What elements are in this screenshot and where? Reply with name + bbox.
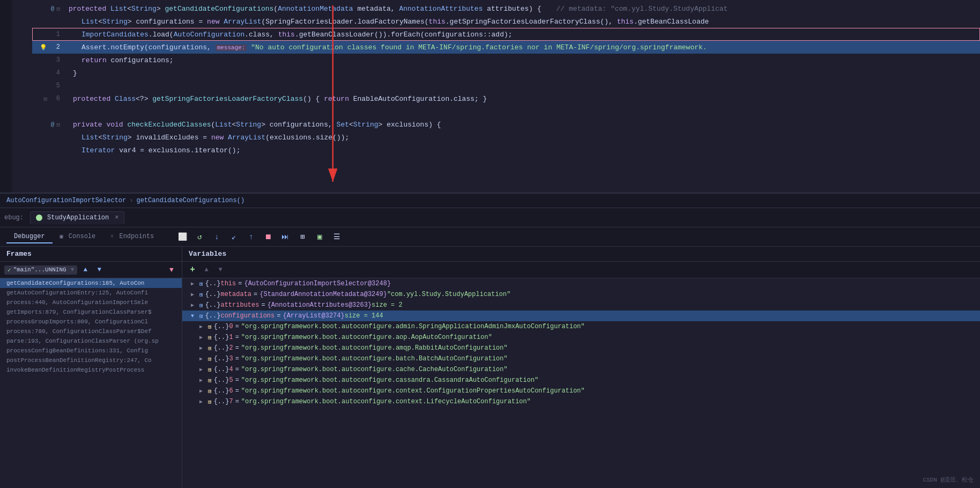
evaluate-btn[interactable]: ▣: [313, 230, 326, 244]
var-item-6[interactable]: ▶ ⊞ {..} 6 = "org.springframework.boot.a…: [182, 386, 980, 396]
code-lines: @ ⊟ protected List<String> getCandidateC…: [0, 0, 980, 159]
expand-arrow-1: ▶: [199, 334, 208, 341]
code-line-2: List<String> configurations = new ArrayL…: [32, 15, 980, 28]
expand-arrow-2: ▶: [199, 345, 208, 351]
tab-console-label: Console: [69, 233, 95, 240]
resume-btn[interactable]: ⏹: [261, 230, 275, 244]
breadcrumb-part1[interactable]: AutoConfigurationImportSelector: [6, 197, 126, 204]
var-icon-metadata: ⊞: [199, 291, 203, 298]
code-line-3: 1 ImportCandidates.load(AutoConfiguratio…: [32, 28, 980, 41]
debug-toolbar: Debugger ▣ Console ⑂ Endpoints ⬜ ↺ ↓ ↙ ↑…: [0, 227, 980, 247]
var-item-2[interactable]: ▶ ⊞ {..} 2 = "org.springframework.boot.a…: [182, 343, 980, 353]
frame-item-9[interactable]: invokeBeanDefinitionRegistryPostProcess: [0, 365, 182, 375]
code-content-11: List<String> invalidExcludes = new Array…: [64, 134, 980, 142]
tab-debugger-label: Debugger: [14, 233, 45, 240]
code-line-1: @ ⊟ protected List<String> getCandidateC…: [32, 2, 980, 15]
code-line-10: @ ⊟ private void checkExcludedClasses(Li…: [32, 118, 980, 131]
expand-arrow-metadata: ▶: [191, 291, 199, 298]
tab-endpoints-label: Endpoints: [119, 233, 154, 240]
frame-item-6[interactable]: parse:193, ConfigurationClassParser (org…: [0, 336, 182, 346]
thread-selector[interactable]: ✓ "main"...UNNING ▼: [4, 265, 77, 275]
frame-item-3[interactable]: getImports:879, ConfigurationClassParser…: [0, 307, 182, 317]
frames-title: Frames: [6, 250, 32, 258]
watermark: CSDN @流弦、松仓: [923, 476, 974, 484]
step-out-btn[interactable]: ↑: [244, 230, 258, 244]
code-line-6: 4 }: [32, 66, 980, 79]
var-icon-4: ⊞: [208, 366, 212, 373]
code-content-2: List<String> configurations = new ArrayL…: [64, 18, 980, 26]
frames-down-btn[interactable]: ▼: [93, 264, 105, 276]
expand-arrow-6: ▶: [199, 388, 208, 394]
mute-breakpoints-btn[interactable]: ⬜: [175, 230, 189, 244]
code-content-10: private void checkExcludedClasses(List<S…: [64, 121, 980, 129]
expand-arrow-4: ▶: [199, 366, 208, 373]
var-icon-3: ⊞: [208, 356, 212, 363]
var-item-0[interactable]: ▶ ⊞ {..} 0 = "org.springframework.boot.a…: [182, 321, 980, 332]
line-gutter-1: @ ⊟: [32, 5, 64, 12]
line-gutter-7: 5: [32, 82, 64, 90]
var-item-7[interactable]: ▶ ⊞ {..} 7 = "org.springframework.boot.a…: [182, 396, 980, 407]
code-content-6: }: [64, 69, 980, 77]
variables-panel-header: Variables: [182, 247, 980, 262]
code-line-8: ⊟ 6 protected Class<?> getSpringFactorie…: [32, 92, 980, 105]
code-line-12: Iterator var4 = exclusions.iterator();: [32, 144, 980, 157]
code-content-8: protected Class<?> getSpringFactoriesLoa…: [64, 95, 980, 103]
line-gutter-8: ⊟ 6: [32, 95, 64, 102]
debug-tab-close[interactable]: ×: [115, 214, 118, 221]
var-item-1[interactable]: ▶ ⊞ {..} 1 = "org.springframework.boot.a…: [182, 332, 980, 343]
frames-panel: Frames ✓ "main"...UNNING ▼ ▲ ▼ ▼ getCand…: [0, 247, 182, 488]
breadcrumb: AutoConfigurationImportSelector › getCan…: [0, 193, 980, 208]
frames-list: getCandidateConfigurations:185, AutoCon …: [0, 278, 182, 488]
var-metadata[interactable]: ▶ ⊞ {..} metadata = {StandardAnnotationM…: [182, 289, 980, 300]
debug-tab-label: StudyApplication: [47, 214, 109, 221]
frame-item-8[interactable]: postProcessBeanDefinitionRegistry:247, C…: [0, 356, 182, 365]
step-over-btn[interactable]: ↓: [210, 230, 224, 244]
var-this[interactable]: ▶ ⊞ {..} this = {AutoConfigurationImport…: [182, 278, 980, 289]
var-icon-7: ⊞: [208, 398, 212, 405]
stop-btn[interactable]: ⏭: [278, 230, 292, 244]
thread-label: "main"...UNNING: [13, 267, 66, 273]
thread-dropdown-icon: ▼: [71, 267, 75, 273]
expand-arrow-configurations: ▼: [191, 313, 199, 319]
run-to-cursor-btn[interactable]: ⊞: [295, 230, 309, 244]
rerun-btn[interactable]: ↺: [192, 230, 206, 244]
var-attributes[interactable]: ▶ ⊞ {..} attributes = {AnnotationAttribu…: [182, 300, 980, 310]
vars-down-btn[interactable]: ▼: [214, 264, 226, 276]
var-icon-2: ⊞: [208, 345, 212, 352]
expand-arrow-3: ▶: [199, 356, 208, 362]
frame-item-2[interactable]: process:440, AutoConfigurationImportSele: [0, 298, 182, 307]
left-gutter: [0, 0, 12, 193]
var-item-4[interactable]: ▶ ⊞ {..} 4 = "org.springframework.boot.a…: [182, 364, 980, 375]
tab-debugger[interactable]: Debugger: [6, 231, 53, 243]
variables-list: ▶ ⊞ {..} this = {AutoConfigurationImport…: [182, 278, 980, 488]
frames-up-btn[interactable]: ▲: [79, 264, 91, 276]
code-line-5: 3 return configurations;: [32, 54, 980, 66]
debug-session-tab[interactable]: StudyApplication ×: [30, 211, 124, 224]
step-into-btn[interactable]: ↙: [227, 230, 241, 244]
tab-endpoints[interactable]: ⑂ Endpoints: [103, 231, 161, 243]
var-icon-configurations: ⊞: [199, 313, 203, 320]
line-gutter-6: 4: [32, 69, 64, 77]
breadcrumb-part2[interactable]: getCandidateConfigurations(): [136, 197, 244, 204]
frames-toolbar: ✓ "main"...UNNING ▼ ▲ ▼ ▼: [0, 262, 182, 278]
tab-console[interactable]: ▣ Console: [53, 231, 103, 243]
frame-item-1[interactable]: getAutoConfigurationEntry:125, AutoConfi: [0, 288, 182, 298]
var-configurations[interactable]: ▼ ⊞ {..} configurations = {ArrayList@327…: [182, 310, 980, 321]
expand-arrow-attributes: ▶: [191, 302, 199, 308]
settings-btn[interactable]: ☰: [330, 230, 344, 244]
frame-item-4[interactable]: processGroupImports:809, ConfigurationCl: [0, 317, 182, 327]
code-line-11: List<String> invalidExcludes = new Array…: [32, 131, 980, 144]
code-content-1: protected List<String> getCandidateConfi…: [64, 5, 980, 13]
vars-up-btn[interactable]: ▲: [201, 264, 212, 276]
debug-tabs-bar: ebug: StudyApplication ×: [0, 208, 980, 227]
var-icon-0: ⊞: [208, 323, 212, 330]
code-line-9: [32, 105, 980, 118]
var-item-3[interactable]: ▶ ⊞ {..} 3 = "org.springframework.boot.a…: [182, 353, 980, 364]
var-icon-attributes: ⊞: [199, 302, 203, 309]
add-watch-btn[interactable]: +: [187, 264, 198, 276]
var-item-5[interactable]: ▶ ⊞ {..} 5 = "org.springframework.boot.a…: [182, 375, 980, 386]
frame-item-0[interactable]: getCandidateConfigurations:185, AutoCon: [0, 278, 182, 288]
frames-filter-btn[interactable]: ▼: [166, 264, 177, 276]
frame-item-7[interactable]: processConfigBeanDefinitions:331, Config: [0, 346, 182, 356]
frame-item-5[interactable]: process:780, ConfigurationClassParser$De…: [0, 327, 182, 336]
